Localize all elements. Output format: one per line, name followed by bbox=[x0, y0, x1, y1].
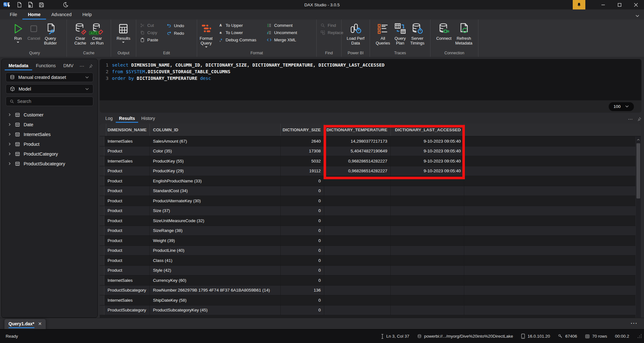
clear-cache-button[interactable]: Clear Cache bbox=[73, 20, 88, 50]
code-area[interactable]: 1select DIMENSION_NAME, COLUMN_ID, DICTI… bbox=[100, 59, 641, 100]
tree-item-table[interactable]: InternetSales bbox=[2, 129, 97, 139]
maximize-button[interactable] bbox=[611, 0, 628, 9]
clear-on-run-button[interactable]: AUTO Clear on Run bbox=[89, 20, 105, 50]
row-selector[interactable] bbox=[100, 176, 104, 186]
table-row[interactable]: ProductProductAlternateKey (30)0 bbox=[100, 196, 641, 206]
save-icon[interactable] bbox=[38, 2, 44, 8]
pin-icon[interactable] bbox=[637, 117, 641, 121]
undo-button[interactable]: Undo bbox=[164, 22, 187, 29]
row-selector[interactable] bbox=[100, 206, 104, 216]
query-builder-button[interactable]: Query Builder bbox=[43, 20, 58, 50]
more-options-icon[interactable]: ··· bbox=[628, 117, 633, 121]
row-selector[interactable] bbox=[100, 166, 104, 176]
scrollbar-thumb[interactable] bbox=[636, 143, 640, 198]
model-selector[interactable]: Model bbox=[6, 84, 93, 94]
all-queries-button[interactable]: All Queries bbox=[374, 20, 392, 50]
tab-metadata[interactable]: Metadata bbox=[5, 63, 32, 70]
search-box[interactable] bbox=[6, 97, 93, 106]
server-timings-button[interactable]: Server Timings bbox=[409, 20, 426, 50]
column-header[interactable]: DICTIONARY_LAST_ACCESSED bbox=[391, 124, 464, 136]
notification-bell-button[interactable] bbox=[573, 0, 585, 9]
table-row[interactable]: ProductEnglishProductName (33)0 bbox=[100, 176, 641, 186]
column-header[interactable]: COLUMN_ID bbox=[150, 124, 281, 136]
search-input[interactable] bbox=[17, 99, 89, 104]
table-row[interactable]: InternetSalesSalesAmount (67)264014,2980… bbox=[100, 136, 641, 146]
table-row[interactable]: ProductStandardCost (34)0 bbox=[100, 186, 641, 196]
row-selector[interactable] bbox=[100, 295, 104, 305]
row-selector[interactable] bbox=[100, 186, 104, 196]
minimize-button[interactable] bbox=[595, 0, 611, 9]
tab-history[interactable]: History bbox=[138, 116, 158, 123]
row-selector[interactable] bbox=[100, 216, 104, 226]
table-row[interactable]: ProductWeight (39)0 bbox=[100, 236, 641, 246]
format-query-button[interactable]: Format Query bbox=[198, 20, 214, 50]
row-selector[interactable] bbox=[100, 226, 104, 236]
table-row[interactable]: ProductSizeRange (38)0 bbox=[100, 226, 641, 236]
table-row[interactable]: InternetSalesShipDateKey (58)0 bbox=[100, 295, 641, 305]
row-selector[interactable] bbox=[100, 136, 104, 146]
row-selector[interactable] bbox=[100, 146, 104, 156]
more-options-icon[interactable]: ··· bbox=[80, 64, 85, 68]
tab-advanced[interactable]: Advanced bbox=[46, 10, 77, 20]
redo-button[interactable]: Redo bbox=[164, 30, 187, 36]
row-selector[interactable] bbox=[100, 286, 104, 295]
row-selector[interactable] bbox=[100, 196, 104, 206]
new-file-icon[interactable] bbox=[16, 2, 22, 8]
tab-file[interactable]: File bbox=[4, 10, 22, 20]
results-dropdown-caret[interactable] bbox=[122, 42, 125, 44]
open-file-icon[interactable] bbox=[27, 2, 33, 8]
close-tab-icon[interactable]: ✕ bbox=[38, 321, 42, 327]
run-dropdown-caret[interactable] bbox=[17, 42, 19, 44]
query-plan-button[interactable]: Query Plan bbox=[392, 20, 408, 50]
tab-dmv[interactable]: DMV bbox=[60, 63, 77, 70]
comment-button[interactable]: Comment bbox=[264, 22, 314, 28]
table-row[interactable]: ProductProductLine (40)0 bbox=[100, 246, 641, 256]
tab-functions[interactable]: Functions bbox=[32, 63, 60, 70]
dataset-selector[interactable]: Manual created dataset bbox=[6, 73, 93, 82]
table-row[interactable]: ProductSubcategoryProductSubcategoryKey … bbox=[100, 305, 641, 316]
table-row[interactable]: InternetSalesProductKey (55)50320,968286… bbox=[100, 156, 641, 166]
refresh-metadata-button[interactable]: Refresh Metadata bbox=[454, 20, 474, 50]
connection-string[interactable]: powerbi://.../myorg/Dive%20into%20Direct… bbox=[415, 334, 515, 339]
row-selector[interactable] bbox=[100, 156, 104, 166]
to-lower-button[interactable]: a To Lower bbox=[215, 30, 263, 36]
table-row[interactable]: ProductSize (37)0 bbox=[100, 206, 641, 216]
tab-help[interactable]: Help bbox=[77, 10, 97, 20]
vertical-scrollbar[interactable] bbox=[635, 136, 641, 318]
row-selector[interactable] bbox=[100, 275, 104, 285]
table-row[interactable]: ProductClass (41)0 bbox=[100, 256, 641, 266]
tree-item-table[interactable]: Customer bbox=[2, 110, 97, 120]
tab-results[interactable]: Results bbox=[116, 116, 138, 123]
load-perf-data-button[interactable]: Load Perf Data bbox=[345, 20, 366, 50]
row-selector[interactable] bbox=[100, 266, 104, 275]
ribbon-collapse-chevron-icon[interactable] bbox=[635, 15, 640, 20]
tree-item-table[interactable]: ProductSubcategory bbox=[2, 159, 97, 169]
tree-item-table[interactable]: ProductCategory bbox=[2, 149, 97, 159]
run-button[interactable]: Run bbox=[11, 20, 25, 50]
row-selector[interactable] bbox=[100, 246, 104, 256]
table-row[interactable]: ProductStyle (42)0 bbox=[100, 266, 641, 276]
table-row[interactable]: ProductColor (35)173085,404748271906499-… bbox=[100, 146, 641, 157]
results-output-button[interactable]: Results bbox=[115, 20, 132, 50]
table-row[interactable]: ProductSizeUnitMeasureCode (32)0 bbox=[100, 216, 641, 226]
paste-button[interactable]: Paste bbox=[137, 37, 161, 43]
tree-item-table[interactable]: Date bbox=[2, 120, 97, 129]
table-row[interactable]: ProductProductKey (29)191120,96828651428… bbox=[100, 166, 641, 176]
column-header[interactable]: DICTIONARY_TEMPERATURE bbox=[324, 124, 391, 136]
column-header[interactable]: DICTIONARY_SIZE bbox=[281, 124, 324, 136]
table-row[interactable]: ProductSubcategoryRowNumber 2662979B 179… bbox=[100, 286, 641, 296]
tree-item-table[interactable]: Product bbox=[2, 139, 97, 149]
scroll-up-arrow-icon[interactable] bbox=[636, 136, 641, 143]
document-tab-query1[interactable]: Query1.dax* ✕ bbox=[4, 319, 46, 329]
tab-log[interactable]: Log bbox=[102, 116, 116, 123]
tab-home[interactable]: Home bbox=[22, 10, 46, 20]
merge-xml-button[interactable]: Merge XML bbox=[264, 37, 314, 43]
row-limit-dropdown[interactable]: 100 bbox=[609, 102, 634, 111]
connect-button[interactable]: Connect bbox=[435, 20, 453, 50]
uncomment-button[interactable]: 2 Uncomment bbox=[264, 30, 314, 36]
close-button[interactable] bbox=[628, 0, 644, 9]
format-query-dropdown-caret[interactable] bbox=[205, 46, 208, 49]
row-selector[interactable] bbox=[100, 236, 104, 245]
column-header[interactable]: DIMENSION_NAME bbox=[104, 124, 150, 136]
pin-icon[interactable] bbox=[88, 64, 93, 68]
